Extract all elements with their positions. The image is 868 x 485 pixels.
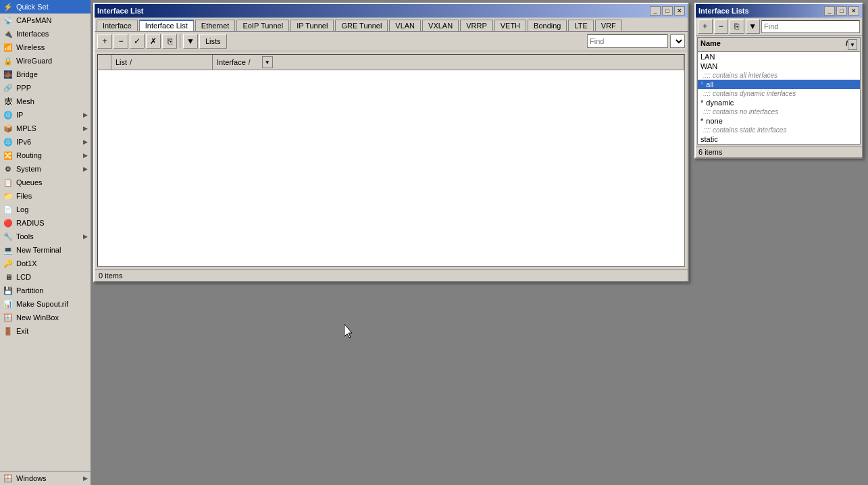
new-terminal-icon: 💻	[3, 245, 14, 255]
list-item-static[interactable]: static	[698, 134, 860, 144]
tab-interface[interactable]: Interface	[97, 20, 138, 31]
sidebar-item-ip[interactable]: 🌐 IP ▶	[0, 108, 91, 122]
tab-vrrp[interactable]: VRRP	[460, 20, 493, 31]
all-label: all	[706, 80, 713, 88]
sidebar-item-make-supout[interactable]: 📊 Make Supout.rif	[0, 297, 91, 311]
tab-ip-tunnel[interactable]: IP Tunnel	[290, 20, 334, 31]
sidebar-item-interfaces[interactable]: 🔌 Interfaces	[0, 27, 91, 41]
radius-icon: 🔴	[3, 218, 14, 228]
sidebar-item-label: New Terminal	[16, 246, 88, 254]
sidebar-item-label: Routing	[16, 151, 83, 159]
secondary-window: Interface Lists _ □ ✕ + − ⎘ ▼ Name / ▼	[694, 3, 863, 159]
list-item-lan[interactable]: LAN	[698, 52, 860, 61]
tab-interface-list[interactable]: Interface List	[139, 20, 194, 31]
sidebar-item-label: Queues	[16, 178, 88, 186]
sidebar-item-label: MPLS	[16, 124, 83, 132]
arrow-icon: ▶	[83, 475, 88, 482]
sidebar-item-label: Quick Set	[16, 3, 88, 11]
interface-dropdown[interactable]: ▼	[262, 56, 273, 68]
bridge-icon: 🌉	[3, 69, 14, 80]
tab-ethernet[interactable]: Ethernet	[195, 20, 236, 31]
arrow-icon: ▶	[83, 111, 88, 118]
exit-icon: 🚪	[3, 326, 14, 336]
sec-remove-button[interactable]: −	[714, 19, 729, 34]
remove-button[interactable]: −	[113, 34, 128, 49]
tab-vlan[interactable]: VLAN	[389, 20, 421, 31]
table-body	[98, 70, 684, 266]
filter-button[interactable]: ▼	[183, 34, 198, 49]
log-icon: 📄	[3, 204, 14, 215]
sec-filter-button[interactable]: ▼	[746, 19, 761, 34]
routing-icon: 🔀	[3, 150, 14, 161]
tab-bonding[interactable]: Bonding	[528, 20, 567, 31]
none-label: none	[706, 117, 722, 125]
sidebar-item-label: CAPsMAN	[16, 16, 88, 24]
sidebar-item-dot1x[interactable]: 🔑 Dot1X	[0, 257, 91, 270]
comment-none-text: :::: contains no interfaces	[703, 108, 778, 116]
search-input[interactable]	[587, 34, 668, 48]
minimize-button[interactable]: _	[650, 6, 661, 16]
arrow-icon: ▶	[83, 138, 88, 145]
mesh-icon: 🕸	[3, 96, 14, 107]
sidebar-item-tools[interactable]: 🔧 Tools ▶	[0, 230, 91, 243]
list-item-none[interactable]: * none	[698, 116, 860, 126]
tab-gre-tunnel[interactable]: GRE Tunnel	[335, 20, 388, 31]
sidebar-item-capsman[interactable]: 📡 CAPsMAN	[0, 14, 91, 27]
tab-lte[interactable]: LTE	[568, 20, 593, 31]
tab-eoip-tunnel[interactable]: EoIP Tunnel	[236, 20, 289, 31]
sec-search-input[interactable]	[761, 20, 860, 33]
ip-icon: 🌐	[3, 109, 14, 120]
sidebar-item-quick-set[interactable]: ⚡ Quick Set	[0, 0, 91, 14]
partition-icon: 💾	[3, 285, 14, 296]
sidebar-item-lcd[interactable]: 🖥 LCD	[0, 270, 91, 284]
sec-maximize-button[interactable]: □	[836, 6, 847, 16]
list-item-wan[interactable]: WAN	[698, 61, 860, 71]
sidebar-item-partition[interactable]: 💾 Partition	[0, 284, 91, 297]
sec-minimize-button[interactable]: _	[824, 6, 835, 16]
sidebar-item-log[interactable]: 📄 Log	[0, 203, 91, 216]
name-dropdown[interactable]: ▼	[848, 39, 857, 50]
sec-copy-button[interactable]: ⎘	[730, 19, 744, 34]
sidebar-item-queues[interactable]: 📋 Queues	[0, 176, 91, 189]
copy-button[interactable]: ⎘	[162, 34, 177, 49]
list-item-comment-static: :::: contains static interfaces	[698, 126, 860, 134]
tools-icon: 🔧	[3, 231, 14, 242]
sidebar-item-windows[interactable]: 🪟 Windows ▶	[0, 471, 91, 485]
check-icon: ✓	[134, 36, 141, 46]
sidebar-item-ppp[interactable]: 🔗 PPP	[0, 81, 91, 95]
tab-veth[interactable]: VETH	[494, 20, 526, 31]
disable-button[interactable]: ✗	[146, 34, 161, 49]
sidebar-item-new-terminal[interactable]: 💻 New Terminal	[0, 243, 91, 257]
sidebar-item-wireless[interactable]: 📶 Wireless	[0, 41, 91, 54]
tab-vxlan[interactable]: VXLAN	[422, 20, 459, 31]
add-button[interactable]: +	[97, 34, 112, 49]
search-scope-select[interactable]	[670, 34, 685, 48]
sidebar-item-routing[interactable]: 🔀 Routing ▶	[0, 149, 91, 162]
sidebar-item-ipv6[interactable]: 🌐 IPv6 ▶	[0, 135, 91, 149]
enable-button[interactable]: ✓	[130, 34, 145, 49]
list-table-header: Name / ▼	[698, 38, 860, 52]
item-count: 0 items	[99, 272, 122, 280]
tab-vrf[interactable]: VRF	[595, 20, 622, 31]
sidebar-item-mesh[interactable]: 🕸 Mesh	[0, 95, 91, 108]
list-item-all[interactable]: * all	[698, 80, 860, 89]
wan-label: WAN	[700, 62, 717, 70]
sec-close-button[interactable]: ✕	[848, 6, 859, 16]
close-button[interactable]: ✕	[674, 6, 685, 16]
interface-sort-icon[interactable]: /	[249, 59, 259, 66]
sidebar-item-mpls[interactable]: 📦 MPLS ▶	[0, 122, 91, 135]
list-item-dynamic[interactable]: * dynamic	[698, 98, 860, 107]
sec-item-count: 6 items	[698, 148, 722, 156]
sidebar-item-wireguard[interactable]: 🔒 WireGuard	[0, 54, 91, 68]
sidebar-item-radius[interactable]: 🔴 RADIUS	[0, 216, 91, 230]
sidebar-item-exit[interactable]: 🚪 Exit	[0, 324, 91, 338]
sidebar-item-files[interactable]: 📁 Files	[0, 189, 91, 203]
maximize-button[interactable]: □	[662, 6, 673, 16]
sidebar-item-bridge[interactable]: 🌉 Bridge	[0, 68, 91, 81]
list-sort-icon[interactable]: /	[130, 59, 141, 66]
lists-button[interactable]: Lists	[199, 34, 227, 49]
arrow-icon: ▶	[83, 165, 88, 172]
sidebar-item-system[interactable]: ⚙ System ▶	[0, 162, 91, 176]
sidebar-item-new-winbox[interactable]: 🪟 New WinBox	[0, 311, 91, 324]
sec-add-button[interactable]: +	[698, 19, 713, 34]
